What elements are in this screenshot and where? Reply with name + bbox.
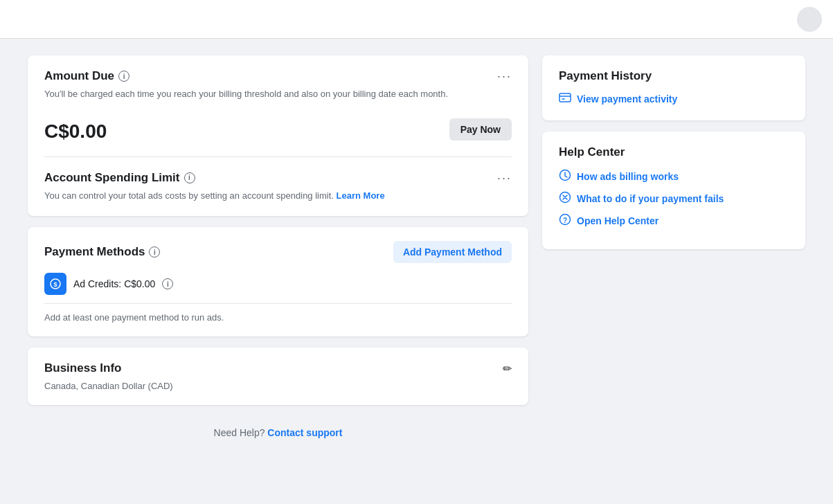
business-info-title: Business Info: [44, 361, 121, 375]
ad-credits-info-icon[interactable]: i: [162, 278, 173, 289]
spending-limit-subtitle-text: You can control your total ads costs by …: [44, 190, 334, 201]
payment-methods-header: Payment Methods i Add Payment Method: [44, 241, 512, 263]
left-column: Amount Due i ··· You'll be charged each …: [28, 55, 528, 449]
amount-due-card: Amount Due i ··· You'll be charged each …: [28, 55, 528, 216]
need-help-text: Need Help?: [214, 427, 265, 438]
amount-due-title: Amount Due i: [44, 69, 129, 83]
payment-history-title: Payment History: [559, 69, 789, 83]
svg-rect-2: [559, 93, 571, 102]
open-help-center-label: Open Help Center: [577, 215, 659, 226]
amount-due-title-text: Amount Due: [44, 69, 114, 83]
amount-due-subtitle: You'll be charged each time you reach yo…: [44, 87, 512, 101]
edit-icon[interactable]: ✏: [503, 362, 512, 375]
spending-limit-more-icon[interactable]: ···: [497, 172, 512, 184]
open-help-center-link[interactable]: ? Open Help Center: [559, 213, 789, 228]
business-info-header: Business Info ✏: [44, 361, 512, 375]
view-activity-label: View payment activity: [577, 93, 677, 105]
view-payment-activity-link[interactable]: View payment activity: [559, 91, 789, 107]
how-ads-billing-label: How ads billing works: [577, 171, 679, 182]
contact-support-link[interactable]: Contact support: [267, 427, 342, 438]
amount-row: C$0.00 Pay Now: [44, 109, 512, 143]
spending-limit-title-text: Account Spending Limit: [44, 171, 180, 185]
ad-credits-label: Ad Credits: C$0.00: [73, 278, 155, 289]
payment-methods-title: Payment Methods i: [44, 245, 160, 259]
spending-limit-info-icon[interactable]: i: [184, 172, 195, 183]
section-divider: [44, 156, 512, 157]
payment-fails-link[interactable]: What to do if your payment fails: [559, 191, 789, 206]
business-location: Canada, Canadian Dollar (CAD): [44, 381, 512, 391]
help-center-title: Help Center: [559, 145, 789, 159]
svg-text:?: ?: [563, 217, 567, 224]
payment-fails-label: What to do if your payment fails: [577, 193, 724, 204]
help-center-card: Help Center How ads billing works: [542, 132, 805, 249]
spending-limit-section: Account Spending Limit i ··· You can con…: [44, 171, 512, 203]
payment-history-icon: [559, 91, 571, 107]
learn-more-link[interactable]: Learn More: [337, 190, 385, 201]
business-info-card: Business Info ✏ Canada, Canadian Dollar …: [28, 348, 528, 405]
add-payment-method-button[interactable]: Add Payment Method: [393, 241, 512, 263]
main-content: Amount Due i ··· You'll be charged each …: [0, 39, 833, 466]
spending-limit-title: Account Spending Limit i: [44, 171, 195, 185]
payment-methods-info-icon[interactable]: i: [149, 246, 160, 258]
ad-credits-row: $ Ad Credits: C$0.00 i: [44, 273, 512, 295]
avatar: [797, 7, 822, 32]
amount-value: C$0.00: [44, 120, 107, 143]
footer: Need Help? Contact support: [28, 416, 528, 449]
payment-methods-card: Payment Methods i Add Payment Method $ A…: [28, 227, 528, 336]
amount-due-more-icon[interactable]: ···: [497, 70, 512, 82]
top-bar: [0, 0, 833, 39]
pay-now-button[interactable]: Pay Now: [449, 118, 512, 141]
payment-history-card: Payment History View payment activity: [542, 55, 805, 120]
right-column: Payment History View payment activity He…: [542, 55, 805, 449]
how-ads-billing-works-link[interactable]: How ads billing works: [559, 169, 789, 184]
billing-icon: [559, 169, 571, 184]
spending-limit-header: Account Spending Limit i ···: [44, 171, 512, 185]
spending-limit-subtitle: You can control your total ads costs by …: [44, 189, 512, 203]
payment-fails-icon: [559, 191, 571, 206]
svg-text:$: $: [53, 281, 57, 288]
no-payment-notice: Add at least one payment method to run a…: [44, 312, 512, 323]
amount-due-info-icon[interactable]: i: [118, 71, 129, 82]
amount-due-header: Amount Due i ···: [44, 69, 512, 83]
help-center-icon: ?: [559, 213, 571, 228]
ad-credits-divider: [44, 303, 512, 304]
payment-methods-title-text: Payment Methods: [44, 245, 145, 259]
ad-credits-icon: $: [44, 273, 66, 295]
